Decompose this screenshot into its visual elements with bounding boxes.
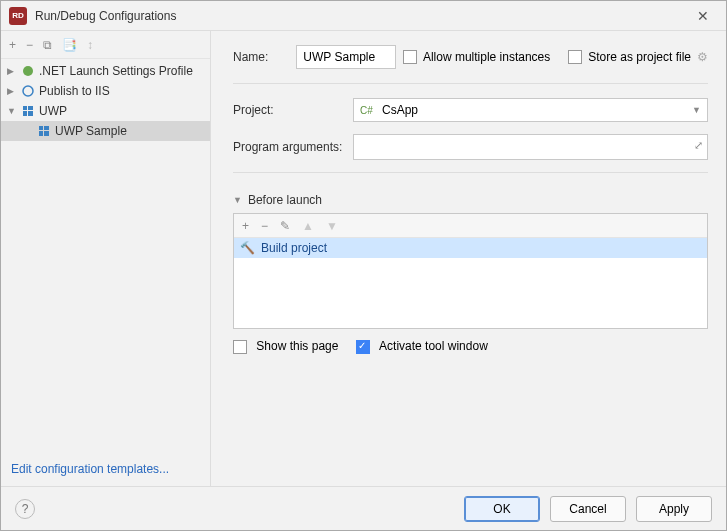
chevron-down-icon: ▼ [692,105,701,115]
svg-rect-4 [23,111,27,116]
cancel-button[interactable]: Cancel [550,496,626,522]
project-row: Project: C# CsApp ▼ [233,98,708,122]
before-launch-list: 🔨 Build project [234,238,707,328]
before-launch-box: + − ✎ ▲ ▼ 🔨 Build project [233,213,708,329]
config-tree: ▶ .NET Launch Settings Profile ▶ Publish… [1,59,210,452]
help-button[interactable]: ? [15,499,35,519]
edit-templates-link[interactable]: Edit configuration templates... [1,452,210,486]
svg-rect-7 [44,126,49,130]
allow-multiple-label: Allow multiple instances [423,50,550,64]
before-launch-label: Before launch [248,193,322,207]
tree-item-uwp[interactable]: ▼ UWP [1,101,210,121]
main-panel: Name: Allow multiple instances Store as … [211,31,726,486]
windows-icon [37,124,51,138]
tree-item-uwp-sample[interactable]: UWP Sample [1,121,210,141]
add-config-button[interactable]: + [9,38,16,52]
chevron-down-icon: ▼ [233,195,242,205]
project-value: CsApp [382,103,692,117]
before-launch-item[interactable]: 🔨 Build project [234,238,707,258]
tree-label: UWP Sample [55,124,127,138]
svg-rect-6 [39,126,43,130]
windows-icon [21,104,35,118]
footer: ? OK Cancel Apply [1,486,726,530]
bl-item-label: Build project [261,241,327,255]
before-launch-toolbar: + − ✎ ▲ ▼ [234,214,707,238]
expand-icon[interactable]: ⤢ [694,139,703,152]
save-config-button[interactable]: 📑 [62,38,77,52]
chevron-down-icon: ▼ [7,106,17,116]
apply-button[interactable]: Apply [636,496,712,522]
svg-rect-2 [23,106,27,110]
svg-rect-3 [28,106,33,110]
divider [233,172,708,173]
divider [233,83,708,84]
sort-config-button[interactable]: ↕ [87,38,93,52]
globe-icon [21,84,35,98]
bl-up-button[interactable]: ▲ [302,219,314,233]
dialog-body: + − ⧉ 📑 ↕ ▶ .NET Launch Settings Profile… [1,31,726,486]
titlebar: RD Run/Debug Configurations ✕ [1,1,726,31]
before-launch-options: Show this page Activate tool window [233,339,708,354]
svg-rect-8 [39,131,43,136]
copy-config-button[interactable]: ⧉ [43,38,52,52]
store-project-label: Store as project file [588,50,691,64]
svg-rect-9 [44,131,49,136]
args-label: Program arguments: [233,140,353,154]
project-label: Project: [233,103,353,117]
project-combo[interactable]: C# CsApp ▼ [353,98,708,122]
app-icon: RD [9,7,27,25]
store-project-checkbox[interactable] [568,50,582,64]
svg-rect-5 [28,111,33,116]
svg-point-0 [23,66,33,76]
activate-tool-window-checkbox[interactable] [356,340,370,354]
before-launch-header[interactable]: ▼ Before launch [233,193,708,207]
bl-remove-button[interactable]: − [261,219,268,233]
gear-icon[interactable]: ⚙ [697,50,708,64]
sidebar: + − ⧉ 📑 ↕ ▶ .NET Launch Settings Profile… [1,31,211,486]
remove-config-button[interactable]: − [26,38,33,52]
name-label: Name: [233,50,268,64]
hammer-icon: 🔨 [240,241,255,255]
tree-label: .NET Launch Settings Profile [39,64,193,78]
bl-edit-button[interactable]: ✎ [280,219,290,233]
name-input[interactable] [296,45,396,69]
tree-item-publish-iis[interactable]: ▶ Publish to IIS [1,81,210,101]
chevron-right-icon: ▶ [7,86,17,96]
sidebar-toolbar: + − ⧉ 📑 ↕ [1,31,210,59]
net-icon [21,64,35,78]
bl-down-button[interactable]: ▼ [326,219,338,233]
args-input[interactable]: ⤢ [353,134,708,160]
svg-point-1 [23,86,33,96]
bl-add-button[interactable]: + [242,219,249,233]
csharp-icon: C# [360,105,376,116]
tree-item-net-launch[interactable]: ▶ .NET Launch Settings Profile [1,61,210,81]
activate-tool-window-label: Activate tool window [379,339,488,353]
window-title: Run/Debug Configurations [35,9,688,23]
tree-label: Publish to IIS [39,84,110,98]
tree-label: UWP [39,104,67,118]
args-row: Program arguments: ⤢ [233,134,708,160]
allow-multiple-checkbox[interactable] [403,50,417,64]
name-row: Name: Allow multiple instances Store as … [233,45,708,69]
close-button[interactable]: ✕ [688,8,718,24]
ok-button[interactable]: OK [464,496,540,522]
show-this-page-checkbox[interactable] [233,340,247,354]
show-this-page-label: Show this page [256,339,338,353]
chevron-right-icon: ▶ [7,66,17,76]
